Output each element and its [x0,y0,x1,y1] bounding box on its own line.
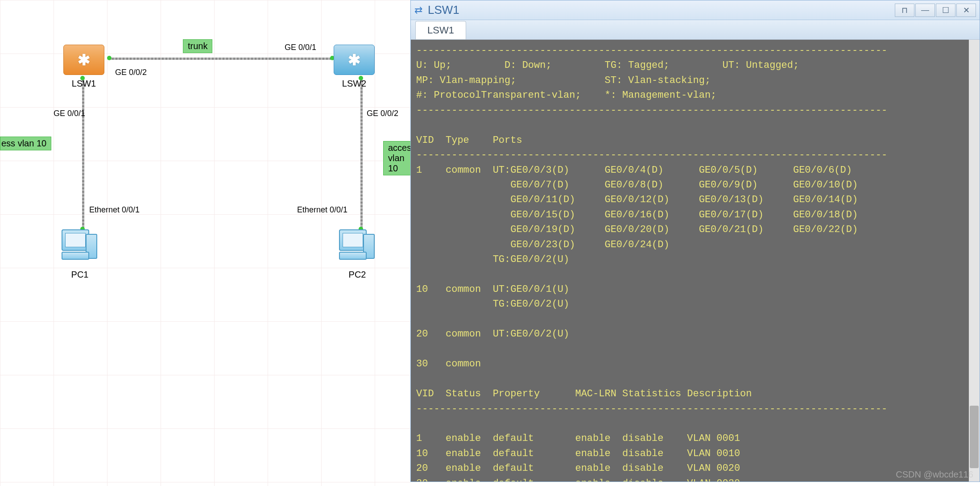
badge-access-vlan-left[interactable]: ess vlan 10 [0,137,51,150]
device-lsw2[interactable]: ✱ LSW2 [334,45,375,89]
terminal-output[interactable]: ----------------------------------------… [411,40,980,482]
port-label: Ethernet 0/0/1 [297,205,347,215]
divider-line: ----------------------------------------… [416,45,887,56]
link-lsw2-pc2 [360,77,363,228]
titlebar[interactable]: ⇄ LSW1 ⊓ — ☐ ✕ [411,0,980,20]
window-title: LSW1 [428,3,895,17]
arrows-icon: ✱ [78,56,90,64]
device-pc1[interactable]: PC1 [62,229,98,280]
device-lsw1[interactable]: ✱ LSW1 [63,45,104,89]
divider-line: ----------------------------------------… [416,150,887,161]
port-label: GE 0/0/1 [54,109,85,118]
device-label: LSW2 [334,79,375,89]
topology-canvas[interactable]: ✱ LSW1 ✱ LSW2 PC1 PC2 GE 0/0/2 GE 0/0/1 … [0,0,410,486]
vlan-status-block: 1 enable default enable disable VLAN 000… [416,433,740,482]
table-header: VID Status Property MAC-LRN Statistics D… [416,388,752,399]
port-dot [107,56,112,60]
badge-trunk[interactable]: trunk [183,39,212,53]
divider-line: ----------------------------------------… [416,105,887,116]
device-label: PC1 [62,270,98,280]
switch-icon: ✱ [63,45,104,75]
link-lsw1-lsw2 [108,58,331,60]
minimize-button[interactable]: — [915,4,935,17]
maximize-button[interactable]: ☐ [936,4,955,17]
port-label: GE 0/0/2 [367,109,398,118]
scrollbar-vertical[interactable] [969,40,980,482]
close-button[interactable]: ✕ [956,4,976,17]
device-pc2[interactable]: PC2 [339,229,376,280]
app-icon: ⇄ [414,5,424,15]
watermark: CSDN @wbcde116 [896,469,973,480]
port-label: GE 0/0/1 [285,43,316,52]
legend-line: U: Up; D: Down; TG: Tagged; UT: Untagged… [416,60,799,71]
pc-icon [62,229,98,266]
vlan-ports-block: 1 common UT:GE0/0/3(D) GE0/0/4(D) GE0/0/… [416,165,858,370]
legend-line: #: ProtocolTransparent-vlan; *: Manageme… [416,90,716,101]
switch-icon: ✱ [334,45,375,75]
link-lsw1-pc1 [82,77,84,228]
device-label: PC2 [339,270,376,280]
table-header: VID Type Ports [416,135,522,146]
port-label: Ethernet 0/0/1 [89,205,140,215]
scrollbar-thumb[interactable] [970,406,979,468]
tab-lsw1[interactable]: LSW1 [415,21,466,39]
arrows-icon: ✱ [348,56,360,64]
pin-button[interactable]: ⊓ [895,4,914,17]
tab-bar: LSW1 [411,20,980,40]
port-label: GE 0/0/2 [115,68,147,77]
device-label: LSW1 [63,79,104,89]
legend-line: MP: Vlan-mapping; ST: Vlan-stacking; [416,75,711,86]
terminal-window[interactable]: ⇄ LSW1 ⊓ — ☐ ✕ LSW1 --------------------… [410,0,980,482]
pc-icon [339,229,376,266]
window-controls: ⊓ — ☐ ✕ [895,4,976,17]
divider-line: ----------------------------------------… [416,403,887,415]
